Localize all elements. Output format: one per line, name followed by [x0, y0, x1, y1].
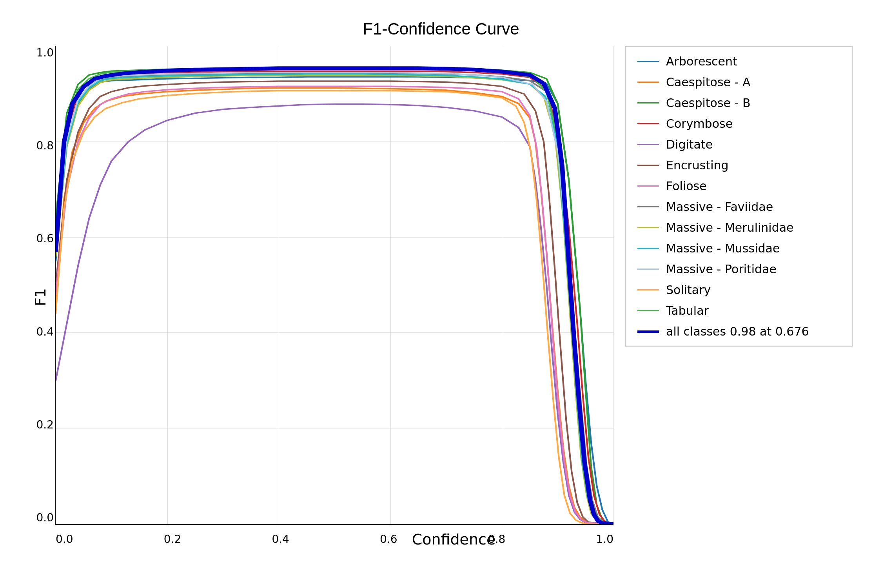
legend-label-encrusting: Encrusting: [666, 158, 729, 172]
legend-label-massive-poritidae: Massive - Poritidae: [666, 262, 777, 276]
legend-label-tabular: Tabular: [666, 304, 709, 318]
y-tick-labels: 0.0 0.2 0.4 0.6 0.8 1.0: [26, 46, 54, 524]
plot-container: 0.0 0.2 0.4 0.6 0.8 1.0 0.0 0.2 0.4: [55, 46, 613, 525]
legend-line-massive-merulinidae: [637, 227, 659, 228]
curve-massive-mussidae: [56, 74, 613, 524]
legend-label-caespitose-b: Caespitose - B: [666, 96, 750, 110]
curve-caespitose-b: [56, 68, 613, 524]
y-tick-0.6: 0.6: [26, 232, 54, 245]
legend-label-corymbose: Corymbose: [666, 117, 733, 131]
legend-label-caespitose-a: Caespitose - A: [666, 75, 750, 89]
legend-label-massive-merulinidae: Massive - Merulinidae: [666, 221, 794, 234]
legend-label-arborescent: Arborescent: [666, 54, 737, 68]
chart-wrapper: F1-Confidence Curve F1: [29, 20, 853, 568]
x-tick-0.6: 0.6: [380, 533, 397, 546]
curve-corymbose: [56, 71, 613, 524]
curves-svg: [56, 46, 613, 524]
legend-item-digitate: Digitate: [637, 138, 840, 151]
legend-line-digitate: [637, 144, 659, 145]
legend-line-caespitose-b: [637, 102, 659, 103]
legend-item-caespitose-a: Caespitose - A: [637, 75, 840, 89]
legend-line-encrusting: [637, 165, 659, 166]
legend-item-tabular: Tabular: [637, 304, 840, 318]
legend-line-caespitose-a: [637, 82, 659, 83]
legend-line-massive-mussidae: [637, 248, 659, 249]
legend-item-corymbose: Corymbose: [637, 117, 840, 131]
curve-tabular: [56, 68, 613, 524]
x-tick-1.0: 1.0: [596, 533, 613, 546]
x-tick-0.8: 0.8: [488, 533, 506, 546]
legend-line-solitary: [637, 289, 659, 290]
chart-body: F1: [29, 46, 853, 548]
x-tick-0.0: 0.0: [56, 533, 73, 546]
legend-item-all-classes: all classes 0.98 at 0.676: [637, 325, 840, 338]
legend-line-all-classes: [637, 330, 659, 333]
curve-massive-poritidae: [56, 73, 613, 524]
legend-line-massive-poritidae: [637, 269, 659, 270]
legend-item-massive-merulinidae: Massive - Merulinidae: [637, 221, 840, 234]
chart-container: F1-Confidence Curve F1: [0, 0, 882, 588]
legend-item-caespitose-b: Caespitose - B: [637, 96, 840, 110]
curve-massive-merulinidae: [56, 75, 613, 524]
curve-massive-faviidae: [56, 73, 613, 524]
y-tick-0.0: 0.0: [26, 511, 54, 524]
curve-digitate: [56, 104, 613, 524]
legend-item-massive-mussidae: Massive - Mussidae: [637, 241, 840, 255]
legend-label-solitary: Solitary: [666, 283, 711, 297]
plot-and-legend: 0.0 0.2 0.4 0.6 0.8 1.0 0.0 0.2 0.4: [55, 46, 853, 525]
curve-solitary: [56, 91, 613, 524]
grid-v-10: [613, 46, 614, 524]
x-tick-0.2: 0.2: [164, 533, 181, 546]
legend-label-foliose: Foliose: [666, 179, 707, 193]
legend-label-massive-mussidae: Massive - Mussidae: [666, 241, 780, 255]
y-tick-0.2: 0.2: [26, 418, 54, 431]
curve-all-classes: [56, 68, 613, 524]
legend-line-arborescent: [637, 61, 659, 62]
legend-item-arborescent: Arborescent: [637, 54, 840, 68]
curve-caespitose-a: [56, 88, 613, 524]
y-tick-1.0: 1.0: [26, 46, 54, 59]
legend-label-massive-faviidae: Massive - Faviidae: [666, 200, 773, 214]
legend-label-digitate: Digitate: [666, 138, 713, 151]
legend-item-massive-poritidae: Massive - Poritidae: [637, 262, 840, 276]
legend-line-corymbose: [637, 123, 659, 124]
chart-title: F1-Confidence Curve: [29, 20, 853, 38]
curve-foliose: [56, 86, 613, 524]
y-tick-0.4: 0.4: [26, 325, 54, 338]
legend-box: Arborescent Caespitose - A Caespitose - …: [625, 46, 853, 347]
legend-item-encrusting: Encrusting: [637, 158, 840, 172]
legend-item-massive-faviidae: Massive - Faviidae: [637, 200, 840, 214]
legend-line-tabular: [637, 310, 659, 311]
x-tick-0.4: 0.4: [272, 533, 289, 546]
plot-area-wrapper: 0.0 0.2 0.4 0.6 0.8 1.0 0.0 0.2 0.4: [55, 46, 853, 548]
legend-line-foliose: [637, 185, 659, 187]
legend-item-solitary: Solitary: [637, 283, 840, 297]
legend-item-foliose: Foliose: [637, 179, 840, 193]
legend-label-all-classes: all classes 0.98 at 0.676: [666, 325, 809, 338]
legend-line-massive-faviidae: [637, 206, 659, 207]
y-tick-0.8: 0.8: [26, 139, 54, 152]
x-tick-labels: 0.0 0.2 0.4 0.6 0.8 1.0: [56, 533, 613, 546]
